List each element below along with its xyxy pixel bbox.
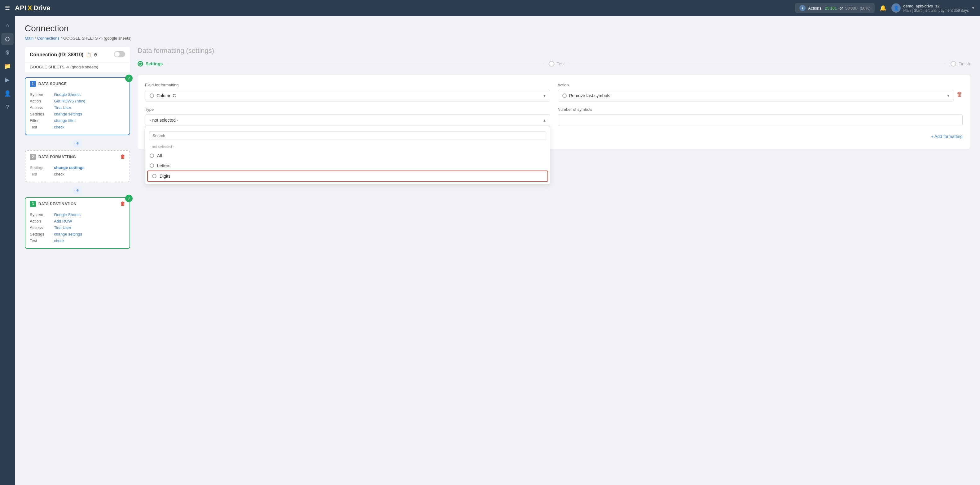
df-settings-link[interactable]: change settings [54, 165, 84, 170]
main-content: Connection Main / Connections / GOOGLE S… [15, 16, 980, 485]
field-circle-icon [150, 94, 154, 98]
breadcrumb-connections[interactable]: Connections [37, 36, 59, 41]
sidebar-item-home[interactable]: ⌂ [1, 19, 14, 32]
sidebar-item-connections[interactable]: ⬡ [1, 33, 14, 45]
sidebar-item-profile[interactable]: 👤 [1, 87, 14, 100]
step-finish: Finish [951, 61, 970, 67]
ds-system-link[interactable]: Google Sheets [54, 92, 81, 97]
add-between-formatting-destination[interactable]: + [73, 186, 82, 195]
dd-access-link[interactable]: Tina User [54, 225, 71, 230]
card-row: Test check [30, 124, 125, 130]
avatar: 👤 [891, 3, 901, 13]
data-formatting-delete-icon[interactable]: 🗑 [120, 154, 126, 160]
ds-settings-link[interactable]: change settings [54, 112, 82, 116]
data-destination-body: System Google Sheets Action Add ROW Acce… [25, 210, 129, 248]
ds-action-link[interactable]: Get ROWS (new) [54, 99, 85, 103]
data-source-card: ✓ 1 DATA SOURCE System Google Sheets Act… [25, 77, 130, 135]
symbols-input[interactable] [558, 114, 963, 126]
step-test-label: Test [557, 61, 565, 66]
card-row: Test check [30, 171, 125, 178]
step-settings-circle [138, 61, 143, 67]
ds-test-link[interactable]: check [54, 125, 64, 129]
top-navigation: ☰ APIXDrive i Actions: 25'161 of 50'000 … [0, 0, 980, 16]
user-plan: Plan | Start | left until payment 359 da… [903, 8, 969, 13]
connection-title: Connection (ID: 38910) [30, 52, 83, 57]
action-select[interactable]: Remove last symbols ▾ [558, 90, 954, 101]
dropdown-option-letters[interactable]: Letters [145, 161, 550, 171]
radio-digits [152, 174, 156, 178]
ds-filter-link[interactable]: change filter [54, 118, 76, 123]
breadcrumb-sep1: / [35, 36, 36, 41]
notification-bell[interactable]: 🔔 [880, 5, 886, 11]
dd-settings-link[interactable]: change settings [54, 232, 82, 236]
data-destination-header: 3 DATA DESTINATION 🗑 [25, 198, 129, 210]
action-value: Remove last symbols [569, 93, 610, 98]
connection-toggle[interactable] [114, 51, 125, 58]
step-settings-label: Settings [146, 61, 163, 66]
user-chevron-icon[interactable]: ▼ [971, 6, 975, 10]
copy-icon[interactable]: 📋 [86, 52, 91, 57]
card-row: Filter change filter [30, 117, 125, 124]
actions-of: of [839, 6, 843, 11]
type-select[interactable]: - not selected - ▴ [145, 114, 550, 126]
card-row: System Google Sheets [30, 211, 125, 218]
step-line-1 [168, 64, 543, 64]
action-chevron-icon: ▾ [947, 93, 949, 98]
action-delete-icon[interactable]: 🗑 [956, 91, 963, 101]
radio-all [150, 154, 154, 158]
data-formatting-num: 2 [30, 154, 36, 160]
add-between-source-formatting[interactable]: + [73, 139, 82, 147]
data-formatting-page-title: Data formatting (settings) [138, 47, 970, 55]
logo-text: API [15, 4, 26, 12]
sidebar: ⌂ ⬡ $ 📁 ▶ 👤 ? [0, 16, 15, 485]
data-source-header: 1 DATA SOURCE [25, 78, 129, 90]
action-label: Action [558, 82, 963, 87]
logo-drive: Drive [33, 4, 50, 12]
right-panel: Data formatting (settings) Settings Test… [138, 47, 970, 154]
df-test-link: check [54, 172, 64, 176]
data-source-num: 1 [30, 81, 36, 87]
actions-total: 50'000 [845, 6, 857, 11]
breadcrumb-main[interactable]: Main [25, 36, 33, 41]
user-menu[interactable]: 👤 demo_apix-drive_s2 Plan | Start | left… [891, 3, 975, 13]
dropdown-option-digits[interactable]: Digits [147, 171, 548, 182]
data-destination-title: DATA DESTINATION [38, 202, 76, 206]
actions-label: Actions: [808, 6, 822, 11]
sidebar-item-files[interactable]: 📁 [1, 60, 14, 73]
hamburger-icon[interactable]: ☰ [5, 5, 10, 11]
data-destination-check: ✓ [125, 195, 133, 202]
card-row: System Google Sheets [30, 91, 125, 98]
dropdown-option-all[interactable]: All [145, 151, 550, 161]
dropdown-section-label: - not selected - [145, 143, 550, 151]
data-destination-delete-icon[interactable]: 🗑 [120, 201, 126, 207]
field-for-formatting-select[interactable]: Column C ▾ [145, 90, 550, 101]
dropdown-search-input[interactable] [149, 131, 546, 140]
field-for-formatting-group: Field for formatting Column C ▾ [145, 82, 550, 101]
card-row: Settings change settings [30, 111, 125, 117]
dd-test-link[interactable]: check [54, 238, 64, 243]
info-icon: i [799, 5, 805, 11]
gear-icon[interactable]: ⚙ [94, 52, 98, 57]
sidebar-item-billing[interactable]: $ [1, 46, 14, 59]
data-formatting-body: Settings change settings Test check [25, 163, 129, 182]
step-finish-label: Finish [959, 61, 970, 66]
ds-access-link[interactable]: Tina User [54, 105, 71, 110]
type-chevron-up-icon: ▴ [543, 117, 546, 122]
card-row: Settings change settings [30, 164, 125, 171]
formatting-form: Field for formatting Column C ▾ Action [138, 75, 970, 149]
symbols-label: Number of symbols [558, 107, 963, 112]
sidebar-item-play[interactable]: ▶ [1, 74, 14, 86]
user-name: demo_apix-drive_s2 [903, 4, 969, 8]
add-formatting-button[interactable]: + Add formatting [931, 134, 963, 139]
data-formatting-header: 2 DATA FORMATTING 🗑 [25, 151, 129, 163]
type-group: Type - not selected - ▴ - [145, 107, 550, 126]
data-source-body: System Google Sheets Action Get ROWS (ne… [25, 90, 129, 135]
step-settings: Settings [138, 61, 163, 67]
dd-system-link[interactable]: Google Sheets [54, 212, 81, 217]
sidebar-item-help[interactable]: ? [1, 101, 14, 113]
card-row: Action Add ROW [30, 218, 125, 224]
dd-action-link[interactable]: Add ROW [54, 219, 72, 223]
data-formatting-card: 2 DATA FORMATTING 🗑 Settings change sett… [25, 150, 130, 182]
breadcrumb: Main / Connections / GOOGLE SHEETS -> (g… [25, 36, 970, 41]
form-row-1: Field for formatting Column C ▾ Action [145, 82, 963, 101]
